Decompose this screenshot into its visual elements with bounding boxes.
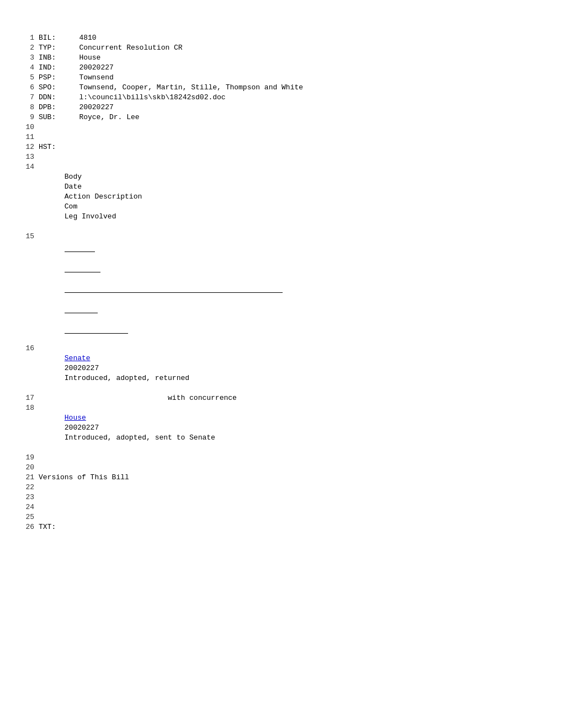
line-12: 12 HST: bbox=[22, 142, 541, 152]
history-col-date-header: Date bbox=[65, 182, 109, 192]
line-22: 22 bbox=[22, 483, 541, 493]
line-num-2: 2 bbox=[22, 43, 39, 53]
line-26: 26 TXT: bbox=[22, 522, 541, 532]
history-col-action-header: Action Description bbox=[65, 192, 291, 202]
line-content-2: TYP: Concurrent Resolution CR bbox=[39, 43, 541, 53]
line-10: 10 bbox=[22, 122, 541, 132]
line-content-8: DPB: 20020227 bbox=[39, 103, 541, 113]
line-num-12: 12 bbox=[22, 142, 39, 152]
line-content-6: SPO: Townsend, Cooper, Martin, Stille, T… bbox=[39, 83, 541, 93]
line-9: 9 SUB: Royce, Dr. Lee bbox=[22, 113, 541, 122]
line-num-26: 26 bbox=[22, 522, 39, 532]
line-num-15: 15 bbox=[22, 232, 39, 242]
value-sub: Royce, Dr. Lee bbox=[79, 113, 139, 121]
line-num-10: 10 bbox=[22, 122, 39, 132]
line-num-8: 8 bbox=[22, 103, 39, 113]
sep-body bbox=[65, 242, 95, 252]
label-txt: TXT: bbox=[39, 522, 66, 532]
label-inb: INB: bbox=[39, 53, 66, 63]
document-content: 1 BIL: 4810 2 TYP: Concurrent Resolution… bbox=[22, 33, 541, 532]
house-date-cell: 20020227 bbox=[65, 423, 109, 433]
line-4: 4 IND: 20020227 bbox=[22, 63, 541, 73]
line-7: 7 DDN: l:\council\bills\skb\18242sd02.do… bbox=[22, 93, 541, 103]
line-5: 5 PSP: Townsend bbox=[22, 73, 541, 83]
line-content-7: DDN: l:\council\bills\skb\18242sd02.doc bbox=[39, 93, 541, 103]
line-num-13: 13 bbox=[22, 152, 39, 162]
history-col-leg-header: Leg Involved bbox=[65, 212, 136, 222]
line-content-4: IND: 20020227 bbox=[39, 63, 541, 73]
senate-action-continuation: with concurrence bbox=[39, 393, 541, 403]
line-content-1: BIL: 4810 bbox=[39, 33, 541, 43]
value-ind: 20020227 bbox=[79, 63, 113, 72]
line-8: 8 DPB: 20020227 bbox=[22, 103, 541, 113]
value-spo: Townsend, Cooper, Martin, Stille, Thomps… bbox=[79, 83, 303, 92]
line-content-21: Versions of This Bill bbox=[39, 473, 541, 483]
sep-action bbox=[65, 282, 283, 293]
label-bil: BIL: bbox=[39, 33, 66, 43]
line-num-22: 22 bbox=[22, 483, 39, 493]
senate-action-cell: Introduced, adopted, returned bbox=[65, 373, 291, 383]
versions-label: Versions of This Bill bbox=[39, 473, 129, 481]
senate-date-cell: 20020227 bbox=[65, 363, 109, 373]
value-typ: Concurrent Resolution CR bbox=[79, 44, 182, 52]
history-separator bbox=[39, 232, 541, 344]
line-21: 21 Versions of This Bill bbox=[22, 473, 541, 483]
sep-date bbox=[65, 262, 100, 272]
history-row-house: House 20020227 Introduced, adopted, sent… bbox=[39, 403, 541, 453]
line-num-4: 4 bbox=[22, 63, 39, 73]
line-num-1: 1 bbox=[22, 33, 39, 43]
label-spo: SPO: bbox=[39, 83, 66, 93]
label-typ: TYP: bbox=[39, 43, 66, 53]
line-19: 19 bbox=[22, 453, 541, 463]
line-23: 23 bbox=[22, 493, 541, 502]
value-inb: House bbox=[79, 53, 100, 62]
value-bil: 4810 bbox=[79, 34, 96, 42]
label-psp: PSP: bbox=[39, 73, 66, 83]
line-num-11: 11 bbox=[22, 132, 39, 142]
line-num-7: 7 bbox=[22, 93, 39, 103]
history-header: Body Date Action Description Com Leg Inv… bbox=[39, 162, 541, 232]
line-content-3: INB: House bbox=[39, 53, 541, 63]
line-num-6: 6 bbox=[22, 83, 39, 93]
house-body-cell: House bbox=[65, 413, 103, 423]
line-6: 6 SPO: Townsend, Cooper, Martin, Stille,… bbox=[22, 83, 541, 93]
line-11: 11 bbox=[22, 132, 541, 142]
line-num-23: 23 bbox=[22, 493, 39, 502]
history-col-com-header: Com bbox=[65, 202, 103, 212]
line-num-3: 3 bbox=[22, 53, 39, 63]
sep-com bbox=[65, 303, 98, 313]
line-num-5: 5 bbox=[22, 73, 39, 83]
line-num-18: 18 bbox=[22, 403, 39, 413]
label-dpb: DPB: bbox=[39, 103, 66, 113]
line-num-19: 19 bbox=[22, 453, 39, 463]
value-psp: Townsend bbox=[79, 73, 113, 82]
house-link[interactable]: House bbox=[65, 414, 86, 422]
label-hst: HST: bbox=[39, 142, 66, 152]
line-num-25: 25 bbox=[22, 512, 39, 522]
label-ddn: DDN: bbox=[39, 93, 66, 103]
senate-link[interactable]: Senate bbox=[65, 354, 91, 362]
house-action-cell: Introduced, adopted, sent to Senate bbox=[65, 433, 291, 443]
line-14: 14 Body Date Action Description Com Leg … bbox=[22, 162, 541, 232]
line-18: 18 House 20020227 Introduced, adopted, s… bbox=[22, 403, 541, 453]
line-content-26: TXT: bbox=[39, 522, 541, 532]
line-num-9: 9 bbox=[22, 113, 39, 122]
line-16: 16 Senate 20020227 Introduced, adopted, … bbox=[22, 344, 541, 393]
history-row-senate: Senate 20020227 Introduced, adopted, ret… bbox=[39, 344, 541, 393]
line-content-5: PSP: Townsend bbox=[39, 73, 541, 83]
line-num-14: 14 bbox=[22, 162, 39, 172]
label-ind: IND: bbox=[39, 63, 66, 73]
line-13: 13 bbox=[22, 152, 541, 162]
line-3: 3 INB: House bbox=[22, 53, 541, 63]
line-num-24: 24 bbox=[22, 502, 39, 512]
value-dpb: 20020227 bbox=[79, 103, 113, 111]
line-1: 1 BIL: 4810 bbox=[22, 33, 541, 43]
value-ddn: l:\council\bills\skb\18242sd02.doc bbox=[79, 93, 225, 101]
line-24: 24 bbox=[22, 502, 541, 512]
line-content-9: SUB: Royce, Dr. Lee bbox=[39, 113, 541, 122]
line-25: 25 bbox=[22, 512, 541, 522]
line-num-16: 16 bbox=[22, 344, 39, 354]
line-num-21: 21 bbox=[22, 473, 39, 483]
line-num-20: 20 bbox=[22, 463, 39, 473]
line-15: 15 bbox=[22, 232, 541, 344]
